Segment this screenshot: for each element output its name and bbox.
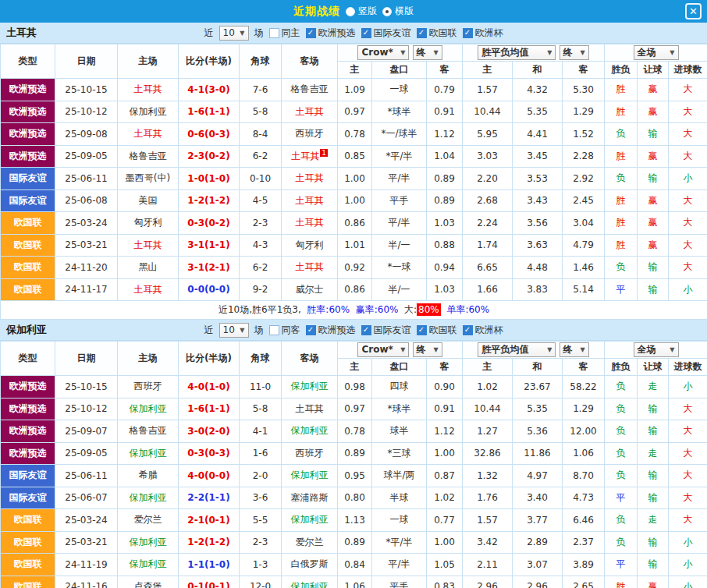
goals-result-cell: 大 [669,101,707,123]
competition-checkbox[interactable]: ✓欧国联 [417,27,457,40]
euro-draw-odds: 23.67 [513,376,563,398]
odds-company-select[interactable]: Crow*▼ [357,342,409,357]
match-score: 0-1(0-1) [179,576,240,588]
match-row: 欧洲预选25-09-08土耳其0-6(0-3)8-4西班牙0.78*一/球半1.… [1,123,707,146]
away-team: 土耳其 [282,168,338,190]
final-odds-select-a[interactable]: 终▼ [413,342,442,357]
asian-home-odds: 1.13 [338,509,372,532]
match-score: 1-6(1-1) [179,398,240,420]
europe-odds-select[interactable]: 胜平负均值▼ [478,45,556,60]
match-date: 25-06-08 [55,190,118,212]
match-score: 4-1(3-0) [179,79,240,101]
col-subheader: 客 [563,62,605,79]
match-row: 欧国联24-11-20黑山3-1(2-1)6-2土耳其0.92*一球0.946.… [1,257,707,279]
euro-draw-odds: 4.48 [513,257,563,279]
goals-result-cell: 大 [669,420,707,443]
asian-handicap: 一球 [372,79,427,101]
near-label: 近 [204,324,214,337]
result-cell: 胜 [605,212,638,235]
match-score: 1-6(1-1) [179,101,240,123]
europe-odds-select[interactable]: 胜平负均值▼ [478,342,556,357]
competition-checkbox[interactable]: ✓国际友谊 [361,324,411,337]
checkbox-checked-icon: ✓ [463,325,473,335]
match-score: 1-1(1-0) [179,554,240,576]
away-team: 保加利亚 [282,509,338,532]
goals-result-cell: 大 [669,509,707,532]
match-date: 25-03-21 [55,531,118,554]
match-type-badge: 欧国联 [1,257,55,279]
asian-handicap: 平手 [372,576,427,588]
close-icon[interactable]: ✕ [685,3,702,19]
match-scope-select[interactable]: 全场▼ [634,45,679,60]
goals-result-cell: 小 [669,168,707,190]
competition-checkbox[interactable]: ✓欧洲杯 [463,27,503,40]
asian-home-odds: 0.86 [338,212,372,235]
same-venue-checkbox[interactable]: 同主 [269,27,300,40]
away-team: 保加利亚 [282,465,338,487]
euro-draw-odds: 4.97 [513,465,563,487]
home-team: 格鲁吉亚 [118,145,179,168]
layout-radio-vertical[interactable]: 竖版 [346,5,377,18]
col-header: 客场 [282,44,338,79]
games-count-select[interactable]: 10▼ [219,26,249,41]
asian-handicap: *三球 [372,442,427,465]
final-odds-select-a[interactable]: 终▼ [413,45,442,60]
team-section-1: 土耳其 近 10▼ 场 同主 ✓欧洲预选✓国际友谊✓欧国联✓欧洲杯 类型日期主场… [0,23,707,320]
asian-away-odds: 0.79 [427,79,463,101]
away-team: 保加利亚 [282,376,338,398]
same-venue-checkbox[interactable]: 同客 [269,324,300,337]
goals-result-cell: 大 [669,79,707,101]
competition-checkbox[interactable]: ✓国际友谊 [361,27,411,40]
euro-away-odds: 1.29 [563,101,605,123]
euro-away-odds: 2.65 [563,576,605,588]
asian-away-odds: 0.90 [427,376,463,398]
games-count-select[interactable]: 10▼ [219,323,249,338]
euro-draw-odds: 11.86 [513,442,563,465]
asian-home-odds: 0.97 [338,398,372,420]
away-team: 匈牙利 [282,234,338,257]
competition-checkbox[interactable]: ✓欧洲预选 [306,27,356,40]
competition-checkbox[interactable]: ✓欧洲杯 [463,324,503,337]
col-subheader: 和 [513,62,563,79]
final-odds-select-b[interactable]: 终▼ [560,45,589,60]
competition-checkbox[interactable]: ✓欧国联 [417,324,457,337]
match-date: 25-10-12 [55,398,118,420]
away-team: 爱尔兰 [282,531,338,554]
euro-draw-odds: 4.32 [513,79,563,101]
away-team: 保加利亚 [282,420,338,443]
euro-away-odds: 1.29 [563,398,605,420]
match-type-badge: 欧洲预选 [1,442,55,465]
goals-result-cell: 大 [669,123,707,146]
asian-away-odds: 1.05 [427,554,463,576]
euro-draw-odds: 5.35 [513,398,563,420]
filter-bar: 保加利亚 近 10▼ 场 同客 ✓欧洲预选✓国际友谊✓欧国联✓欧洲杯 [0,320,707,341]
euro-home-odds: 1.74 [463,234,513,257]
col-header: 日期 [55,342,118,376]
home-team: 保加利亚 [118,531,179,554]
match-scope-select[interactable]: 全场▼ [634,342,679,357]
match-type-badge: 欧国联 [1,234,55,257]
asian-handicap: 四球 [372,376,427,398]
sections-container: 土耳其 近 10▼ 场 同主 ✓欧洲预选✓国际友谊✓欧国联✓欧洲杯 类型日期主场… [0,23,707,588]
match-score: 1-0(1-0) [179,168,240,190]
layout-radio-horizontal[interactable]: 横版 [382,5,414,18]
home-team: 土耳其 [118,79,179,101]
col-header: 比分(半场) [179,342,240,376]
final-odds-select-b[interactable]: 终▼ [560,342,589,357]
away-team: 格鲁吉亚 [282,79,338,101]
euro-draw-odds: 3.45 [513,145,563,168]
match-row: 国际友谊25-06-07保加利亚2-2(1-1)3-6塞浦路斯0.80半球1.0… [1,487,707,509]
odds-company-select[interactable]: Crow*▼ [357,45,409,60]
euro-away-odds: 8.70 [563,465,605,487]
col-header: 客场 [282,342,338,376]
match-date: 24-11-19 [55,554,118,576]
result-cell: 胜 [605,234,638,257]
away-team: 土耳其 [282,257,338,279]
match-type-badge: 国际友谊 [1,465,55,487]
match-date: 25-09-07 [55,420,118,443]
home-team: 保加利亚 [118,101,179,123]
match-date: 24-11-16 [55,576,118,588]
competition-checkbox[interactable]: ✓欧洲预选 [306,324,356,337]
goals-result-cell: 小 [669,376,707,398]
col-subheader: 和 [513,359,563,376]
